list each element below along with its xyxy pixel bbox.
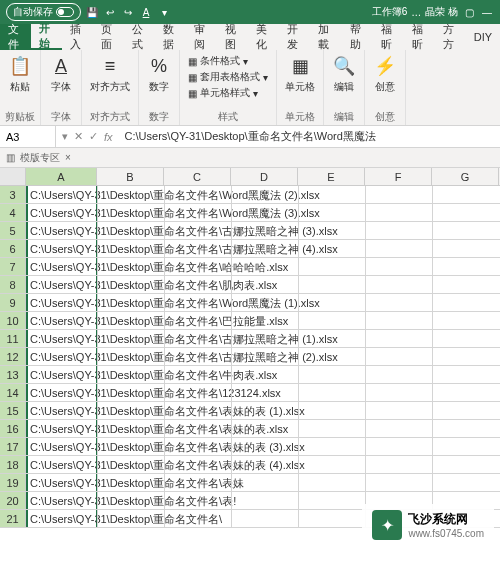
- cell[interactable]: C:\Users\QY-31\Desktop\重命名文件名\Word黑魔法 (1…: [26, 294, 97, 311]
- tab-福昕[interactable]: 福昕: [404, 24, 435, 50]
- cancel-icon[interactable]: ✕: [74, 130, 83, 143]
- autosave-toggle[interactable]: 自动保存: [6, 3, 81, 21]
- tab-方方[interactable]: 方方: [435, 24, 466, 50]
- column-header-C[interactable]: C: [164, 168, 231, 185]
- row-header[interactable]: 13: [0, 366, 26, 383]
- cell[interactable]: C:\Users\QY-31\Desktop\重命名文件名\表妹的表.xlsx: [26, 420, 97, 437]
- tab-DIY[interactable]: DIY: [466, 24, 500, 50]
- font-color-icon[interactable]: A: [139, 5, 153, 19]
- row-header[interactable]: 6: [0, 240, 26, 257]
- row-header[interactable]: 15: [0, 402, 26, 419]
- cells-button[interactable]: ▦ 单元格: [285, 54, 315, 94]
- tab-审阅[interactable]: 审阅: [186, 24, 217, 50]
- cell[interactable]: C:\Users\QY-31\Desktop\重命名文件名\Word黑魔法 (2…: [26, 186, 97, 203]
- column-header-F[interactable]: F: [365, 168, 432, 185]
- cell[interactable]: C:\Users\QY-31\Desktop\重命名文件名\古娜拉黑暗之神 (1…: [26, 330, 97, 347]
- redo-icon[interactable]: ↪: [121, 5, 135, 19]
- table-row[interactable]: 12C:\Users\QY-31\Desktop\重命名文件名\古娜拉黑暗之神 …: [0, 348, 500, 366]
- spreadsheet-grid[interactable]: ABCDEFG 3C:\Users\QY-31\Desktop\重命名文件名\W…: [0, 168, 500, 528]
- cell[interactable]: C:\Users\QY-31\Desktop\重命名文件名\古娜拉黑暗之神 (3…: [26, 222, 97, 239]
- table-row[interactable]: 13C:\Users\QY-31\Desktop\重命名文件名\牛肉表.xlsx: [0, 366, 500, 384]
- row-header[interactable]: 10: [0, 312, 26, 329]
- tab-页面[interactable]: 页面: [93, 24, 124, 50]
- tab-插入[interactable]: 插入: [62, 24, 93, 50]
- cell[interactable]: C:\Users\QY-31\Desktop\重命名文件名\表妹的表 (3).x…: [26, 438, 97, 455]
- row-header[interactable]: 8: [0, 276, 26, 293]
- table-row[interactable]: 11C:\Users\QY-31\Desktop\重命名文件名\古娜拉黑暗之神 …: [0, 330, 500, 348]
- cell[interactable]: C:\Users\QY-31\Desktop\重命名文件名\哈哈哈哈.xlsx: [26, 258, 97, 275]
- table-row[interactable]: 8C:\Users\QY-31\Desktop\重命名文件名\肌肉表.xlsx: [0, 276, 500, 294]
- column-header-A[interactable]: A: [26, 168, 97, 185]
- tab-福昕[interactable]: 福昕: [373, 24, 404, 50]
- table-row[interactable]: 4C:\Users\QY-31\Desktop\重命名文件名\Word黑魔法 (…: [0, 204, 500, 222]
- row-header[interactable]: 7: [0, 258, 26, 275]
- row-header[interactable]: 3: [0, 186, 26, 203]
- tab-视图[interactable]: 视图: [217, 24, 248, 50]
- select-all-corner[interactable]: [0, 168, 26, 185]
- template-label[interactable]: 模版专区: [20, 151, 60, 165]
- cell[interactable]: C:\Users\QY-31\Desktop\重命名文件名\古娜拉黑暗之神 (2…: [26, 348, 97, 365]
- row-header[interactable]: 21: [0, 510, 26, 527]
- window-restore-icon[interactable]: ▢: [462, 5, 476, 19]
- row-header[interactable]: 14: [0, 384, 26, 401]
- row-header[interactable]: 19: [0, 474, 26, 491]
- close-icon[interactable]: ×: [65, 152, 71, 163]
- column-header-D[interactable]: D: [231, 168, 298, 185]
- table-row[interactable]: 6C:\Users\QY-31\Desktop\重命名文件名\古娜拉黑暗之神 (…: [0, 240, 500, 258]
- tab-开始[interactable]: 开始: [31, 24, 62, 50]
- row-header[interactable]: 16: [0, 420, 26, 437]
- table-row[interactable]: 19C:\Users\QY-31\Desktop\重命名文件名\表妹: [0, 474, 500, 492]
- row-header[interactable]: 9: [0, 294, 26, 311]
- cell[interactable]: C:\Users\QY-31\Desktop\重命名文件名\巴拉能量.xlsx: [26, 312, 97, 329]
- cell[interactable]: C:\Users\QY-31\Desktop\重命名文件名\表!: [26, 492, 97, 509]
- ideas-button[interactable]: ⚡ 创意: [373, 54, 397, 94]
- cell[interactable]: C:\Users\QY-31\Desktop\重命名文件名\: [26, 510, 97, 527]
- cell[interactable]: C:\Users\QY-31\Desktop\重命名文件名\表妹的表 (4).x…: [26, 456, 97, 473]
- dropdown-icon[interactable]: ▾: [157, 5, 171, 19]
- column-header-B[interactable]: B: [97, 168, 164, 185]
- formula-input[interactable]: C:\Users\QY-31\Desktop\重命名文件名\Word黑魔法: [119, 126, 500, 147]
- tab-开发[interactable]: 开发: [279, 24, 310, 50]
- row-header[interactable]: 11: [0, 330, 26, 347]
- fx-icon[interactable]: fx: [104, 131, 113, 143]
- table-row[interactable]: 18C:\Users\QY-31\Desktop\重命名文件名\表妹的表 (4)…: [0, 456, 500, 474]
- column-header-E[interactable]: E: [298, 168, 365, 185]
- cell[interactable]: C:\Users\QY-31\Desktop\重命名文件名\古娜拉黑暗之神 (4…: [26, 240, 97, 257]
- minimize-icon[interactable]: —: [480, 5, 494, 19]
- font-button[interactable]: A 字体: [49, 54, 73, 94]
- row-header[interactable]: 4: [0, 204, 26, 221]
- paste-button[interactable]: 📋 粘贴: [8, 54, 32, 94]
- dropdown-icon[interactable]: ▾: [62, 130, 68, 143]
- table-row[interactable]: 14C:\Users\QY-31\Desktop\重命名文件名\123124.x…: [0, 384, 500, 402]
- table-row[interactable]: 3C:\Users\QY-31\Desktop\重命名文件名\Word黑魔法 (…: [0, 186, 500, 204]
- column-header-G[interactable]: G: [432, 168, 499, 185]
- cell[interactable]: C:\Users\QY-31\Desktop\重命名文件名\123124.xls…: [26, 384, 97, 401]
- table-row[interactable]: 7C:\Users\QY-31\Desktop\重命名文件名\哈哈哈哈.xlsx: [0, 258, 500, 276]
- table-row[interactable]: 16C:\Users\QY-31\Desktop\重命名文件名\表妹的表.xls…: [0, 420, 500, 438]
- cell[interactable]: C:\Users\QY-31\Desktop\重命名文件名\牛肉表.xlsx: [26, 366, 97, 383]
- name-box[interactable]: A3: [0, 126, 56, 147]
- tab-公式[interactable]: 公式: [124, 24, 155, 50]
- table-row[interactable]: 15C:\Users\QY-31\Desktop\重命名文件名\表妹的表 (1)…: [0, 402, 500, 420]
- conditional-format-button[interactable]: ▦条件格式 ▾: [188, 54, 268, 68]
- row-header[interactable]: 5: [0, 222, 26, 239]
- tab-帮助[interactable]: 帮助: [342, 24, 373, 50]
- cell[interactable]: C:\Users\QY-31\Desktop\重命名文件名\表妹的表 (1).x…: [26, 402, 97, 419]
- tab-数据[interactable]: 数据: [155, 24, 186, 50]
- accept-icon[interactable]: ✓: [89, 130, 98, 143]
- cell-styles-button[interactable]: ▦单元格样式 ▾: [188, 86, 268, 100]
- row-header[interactable]: 17: [0, 438, 26, 455]
- save-icon[interactable]: 💾: [85, 5, 99, 19]
- table-row[interactable]: 17C:\Users\QY-31\Desktop\重命名文件名\表妹的表 (3)…: [0, 438, 500, 456]
- cell[interactable]: C:\Users\QY-31\Desktop\重命名文件名\Word黑魔法 (3…: [26, 204, 97, 221]
- tab-加載[interactable]: 加載: [310, 24, 341, 50]
- cell[interactable]: C:\Users\QY-31\Desktop\重命名文件名\肌肉表.xlsx: [26, 276, 97, 293]
- edit-button[interactable]: 🔍 编辑: [332, 54, 356, 94]
- format-as-table-button[interactable]: ▦套用表格格式 ▾: [188, 70, 268, 84]
- cell[interactable]: C:\Users\QY-31\Desktop\重命名文件名\表妹: [26, 474, 97, 491]
- row-header[interactable]: 12: [0, 348, 26, 365]
- undo-icon[interactable]: ↩: [103, 5, 117, 19]
- table-row[interactable]: 9C:\Users\QY-31\Desktop\重命名文件名\Word黑魔法 (…: [0, 294, 500, 312]
- row-header[interactable]: 18: [0, 456, 26, 473]
- row-header[interactable]: 20: [0, 492, 26, 509]
